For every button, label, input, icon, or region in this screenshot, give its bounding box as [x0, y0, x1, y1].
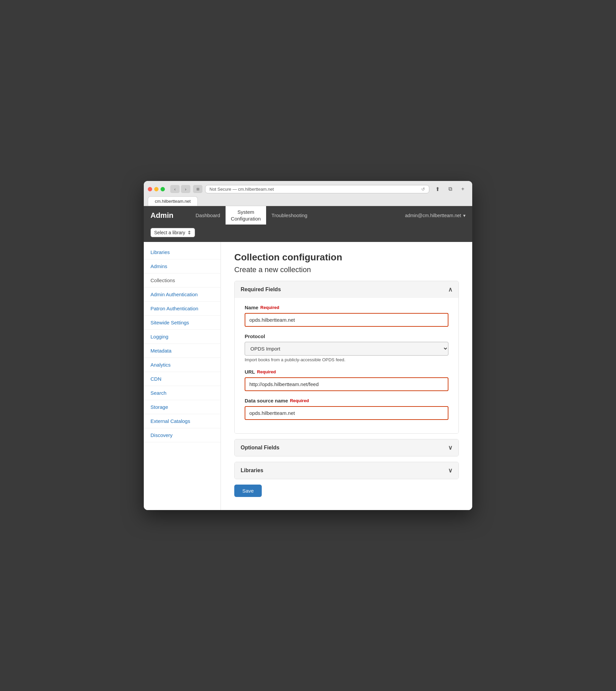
- sidebar-item-cdn[interactable]: CDN: [144, 372, 221, 386]
- name-field-group: Name Required: [245, 305, 448, 327]
- add-tab-button[interactable]: +: [458, 184, 468, 194]
- url-field-group: URL Required: [245, 369, 448, 391]
- sidebar-item-search[interactable]: Search: [144, 386, 221, 400]
- sidebar-item-discovery[interactable]: Discovery: [144, 428, 221, 442]
- data-source-required-badge: Required: [290, 398, 309, 403]
- required-fields-toggle-icon: [448, 286, 453, 293]
- sidebar-item-metadata[interactable]: Metadata: [144, 344, 221, 358]
- url-text: Not Secure — cm.hilbertteam.net: [210, 187, 274, 192]
- sidebar-item-admins[interactable]: Admins: [144, 259, 221, 273]
- sidebar-item-collections[interactable]: Collections: [144, 273, 221, 288]
- maximize-button[interactable]: [160, 187, 165, 191]
- app-logo: Admin: [151, 211, 173, 220]
- optional-fields-toggle-icon: [448, 444, 453, 451]
- optional-fields-accordion: Optional Fields: [234, 439, 459, 456]
- url-input[interactable]: [245, 377, 448, 391]
- library-selector-row: Select a library ⇕: [144, 225, 472, 242]
- url-required-badge: Required: [257, 369, 276, 374]
- sidebar-item-patron-auth[interactable]: Patron Authentication: [144, 302, 221, 316]
- submit-button-area: Save: [234, 485, 459, 497]
- protocol-label: Protocol: [245, 333, 448, 339]
- nav-troubleshooting[interactable]: Troubleshooting: [266, 206, 313, 225]
- sidebar-item-admin-auth[interactable]: Admin Authentication: [144, 288, 221, 302]
- optional-fields-header[interactable]: Optional Fields: [235, 439, 459, 456]
- required-fields-header[interactable]: Required Fields: [235, 281, 459, 298]
- browser-tab[interactable]: cm.hilbertteam.net: [148, 196, 198, 206]
- libraries-accordion: Libraries: [234, 462, 459, 479]
- protocol-select[interactable]: OPDS Import Bibliotheca Overdrive Axis 3…: [245, 342, 448, 356]
- protocol-field-group: Protocol OPDS Import Bibliotheca Overdri…: [245, 333, 448, 362]
- main-layout: Libraries Admins Collections Admin Authe…: [144, 242, 472, 510]
- data-source-name-label: Data source name Required: [245, 398, 448, 403]
- name-required-badge: Required: [260, 305, 279, 310]
- app-nav: Dashboard SystemConfiguration Troublesho…: [190, 206, 395, 225]
- back-button[interactable]: ‹: [170, 185, 180, 193]
- new-tab-button[interactable]: ⧉: [445, 184, 456, 194]
- submit-button[interactable]: Save: [234, 485, 262, 497]
- libraries-header[interactable]: Libraries: [235, 462, 459, 479]
- close-button[interactable]: [148, 187, 152, 191]
- minimize-button[interactable]: [154, 187, 158, 191]
- data-source-name-field-group: Data source name Required: [245, 398, 448, 420]
- required-fields-accordion: Required Fields Name Required: [234, 281, 459, 433]
- library-selector[interactable]: Select a library ⇕: [151, 228, 195, 237]
- sidebar-item-storage[interactable]: Storage: [144, 400, 221, 414]
- name-label: Name Required: [245, 305, 448, 310]
- nav-dashboard[interactable]: Dashboard: [190, 206, 225, 225]
- data-source-name-input[interactable]: [245, 406, 448, 420]
- required-fields-body: Name Required Protocol OPDS Import Bibli…: [235, 298, 459, 433]
- sidebar: Libraries Admins Collections Admin Authe…: [144, 242, 221, 510]
- user-menu[interactable]: admin@cm.hilbertteam.net ▾: [405, 213, 465, 218]
- app-header: Admin Dashboard SystemConfiguration Trou…: [144, 206, 472, 225]
- nav-system-configuration[interactable]: SystemConfiguration: [225, 206, 266, 225]
- sidebar-toggle-button[interactable]: ⊞: [193, 185, 202, 193]
- sidebar-item-libraries[interactable]: Libraries: [144, 245, 221, 259]
- section-subtitle: Create a new collection: [234, 265, 459, 274]
- address-bar[interactable]: Not Secure — cm.hilbertteam.net ↺: [205, 185, 429, 193]
- sidebar-item-external-catalogs[interactable]: External Catalogs: [144, 414, 221, 428]
- selector-arrow-icon: ⇕: [188, 230, 191, 235]
- sidebar-item-logging[interactable]: Logging: [144, 330, 221, 344]
- sidebar-item-analytics[interactable]: Analytics: [144, 358, 221, 372]
- reload-icon[interactable]: ↺: [421, 187, 425, 192]
- page-title: Collection configuration: [234, 252, 459, 263]
- protocol-hint: Import books from a publicly-accessible …: [245, 357, 448, 362]
- chevron-down-icon: ▾: [463, 213, 465, 218]
- share-button[interactable]: ⬆: [432, 184, 443, 194]
- libraries-toggle-icon: [448, 467, 453, 474]
- forward-button[interactable]: ›: [181, 185, 190, 193]
- content-area: Collection configuration Create a new co…: [221, 242, 472, 510]
- name-input[interactable]: [245, 313, 448, 327]
- url-label: URL Required: [245, 369, 448, 375]
- sidebar-item-sitewide-settings[interactable]: Sitewide Settings: [144, 316, 221, 330]
